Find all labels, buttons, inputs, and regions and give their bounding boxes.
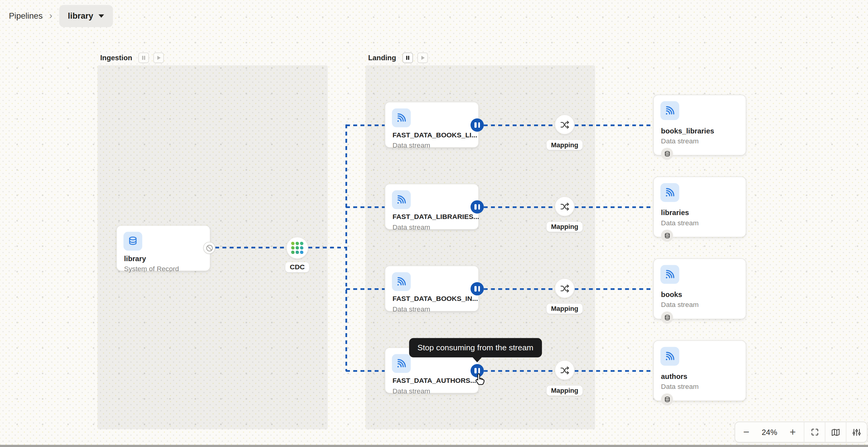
database-badge-icon	[661, 229, 673, 242]
edge-stream-to-mapping-row4	[484, 370, 555, 372]
shuffle-icon	[560, 283, 569, 293]
node-title: FAST_DATA_BOOKS_IN...	[393, 295, 478, 303]
edge-stream-to-mapping-row3	[484, 288, 555, 290]
database-badge-icon	[661, 312, 673, 323]
pause-group-button[interactable]	[402, 53, 412, 63]
edge-stream-to-mapping-row1	[484, 124, 555, 126]
node-subtitle: Data stream	[393, 387, 430, 395]
pause-icon	[404, 55, 410, 61]
stream-icon	[392, 354, 410, 373]
node-subtitle: Data stream	[393, 141, 430, 150]
database-badge-icon	[661, 148, 673, 160]
fit-view-button[interactable]	[804, 422, 825, 442]
play-icon	[419, 55, 425, 61]
tooltip-arrow	[472, 357, 482, 362]
zoom-in-button[interactable]: +	[781, 422, 804, 442]
horizontal-scrollbar[interactable]	[0, 445, 868, 447]
canvas-settings-button[interactable]	[846, 422, 867, 442]
pipeline-selector[interactable]: library	[59, 5, 113, 27]
database-badge-icon	[661, 393, 673, 406]
edge-mapping-to-output-row4	[575, 370, 653, 372]
node-mapping-row3[interactable]	[555, 278, 575, 298]
map-icon	[831, 427, 840, 437]
sliders-icon	[852, 427, 861, 437]
breadcrumb-separator-icon: ›	[49, 11, 52, 21]
cdc-logo-icon	[291, 242, 304, 254]
cdc-label: CDC	[285, 262, 309, 272]
shuffle-icon	[560, 365, 569, 375]
node-subtitle: Data stream	[661, 137, 699, 145]
node-title: books	[661, 290, 682, 299]
edge-branch-row2	[346, 206, 385, 208]
play-group-button[interactable]	[417, 53, 428, 63]
group-label: Ingestion	[98, 53, 134, 62]
node-subtitle: Data stream	[393, 224, 430, 231]
edge-mapping-to-output-row2	[575, 206, 653, 208]
node-subtitle: Data stream	[393, 306, 430, 313]
node-title: FAST_DATA_LIBRARIES...	[393, 213, 479, 221]
edge-mapping-to-output-row1	[575, 124, 653, 126]
stream-icon	[392, 108, 410, 127]
node-title: FAST_DATA_BOOKS_LI...	[393, 131, 477, 139]
database-icon	[124, 232, 142, 251]
top-bar: Pipelines › library	[0, 0, 868, 32]
canvas-toolbar: − 24% +	[735, 422, 867, 443]
stream-icon	[660, 265, 679, 284]
node-output-libraries[interactable]: libraries Data stream	[653, 177, 746, 237]
no-entry-icon	[203, 242, 215, 254]
node-mapping-row2[interactable]	[555, 196, 575, 216]
group-label: Landing	[367, 53, 398, 62]
node-mapping-row1[interactable]	[555, 115, 575, 134]
node-output-authors[interactable]: authors Data stream	[653, 340, 746, 401]
stream-icon	[392, 272, 410, 291]
edge-branch-row3	[346, 288, 385, 290]
node-subtitle: Data stream	[661, 219, 699, 227]
stream-icon	[660, 183, 679, 202]
edge-trunk	[345, 124, 347, 371]
zoom-out-button[interactable]: −	[735, 422, 757, 442]
stop-consuming-button-row3[interactable]	[470, 282, 484, 295]
mapping-label: Mapping	[547, 222, 583, 232]
pause-group-button[interactable]	[138, 53, 149, 63]
node-stream-row1[interactable]: FAST_DATA_BOOKS_LI... Data stream	[385, 102, 479, 148]
zoom-level: 24%	[757, 422, 782, 442]
edge-source-to-cdc	[215, 247, 287, 249]
node-subtitle: System of Record	[124, 265, 179, 273]
hand-pointer-cursor	[473, 372, 488, 389]
pipeline-name: library	[68, 11, 93, 21]
shuffle-icon	[560, 201, 569, 211]
node-mapping-row4[interactable]	[555, 360, 575, 380]
tooltip-stop-consuming: Stop consuming from the stream	[409, 338, 541, 357]
minimap-toggle-button[interactable]	[825, 422, 846, 442]
node-subtitle: Data stream	[661, 301, 699, 309]
mapping-label: Mapping	[547, 386, 583, 395]
mapping-label: Mapping	[547, 140, 583, 150]
shuffle-icon	[560, 120, 569, 129]
group-header-landing: Landing	[367, 53, 428, 63]
node-stream-row2[interactable]: FAST_DATA_LIBRARIES... Data stream	[385, 184, 479, 229]
breadcrumb-pipelines-link[interactable]: Pipelines	[9, 11, 42, 21]
edge-cdc-to-trunk	[308, 247, 346, 249]
edge-branch-row1	[346, 124, 385, 126]
stop-consuming-button-row1[interactable]	[470, 118, 484, 132]
node-output-books[interactable]: books Data stream	[653, 258, 746, 319]
node-output-books-libraries[interactable]: books_libraries Data stream	[653, 95, 746, 155]
stream-icon	[392, 190, 410, 209]
stop-consuming-button-row2[interactable]	[470, 200, 484, 214]
stream-icon	[660, 347, 679, 366]
pause-icon	[141, 55, 147, 61]
node-title: books_libraries	[661, 127, 714, 135]
group-header-ingestion: Ingestion	[98, 53, 164, 63]
node-source-library[interactable]: library System of Record	[116, 225, 210, 271]
node-title: library	[124, 255, 146, 263]
node-subtitle: Data stream	[661, 383, 699, 391]
node-title: FAST_DATA_AUTHORS...	[393, 377, 476, 385]
node-stream-row3[interactable]: FAST_DATA_BOOKS_IN... Data stream	[385, 266, 479, 312]
node-title: authors	[661, 372, 687, 381]
pipeline-canvas[interactable]: Pipelines › library Ingestion Landing	[0, 0, 868, 447]
node-cdc[interactable]	[286, 237, 308, 259]
node-title: libraries	[661, 209, 689, 217]
play-group-button[interactable]	[153, 53, 164, 63]
edge-stream-to-mapping-row2	[484, 206, 555, 208]
fullscreen-icon	[810, 428, 819, 437]
